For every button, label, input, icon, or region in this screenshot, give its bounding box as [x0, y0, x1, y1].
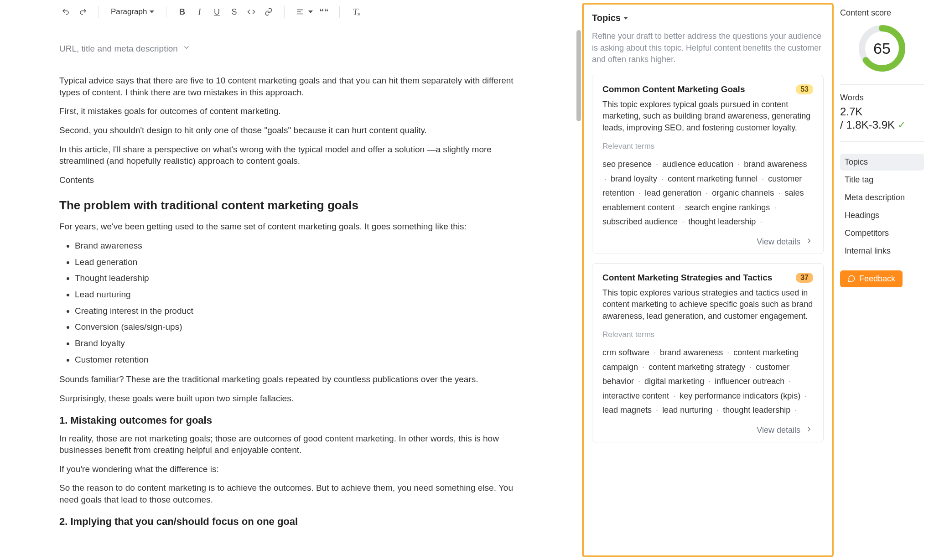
- code-button[interactable]: [245, 5, 258, 18]
- toolbar-separator: [284, 6, 285, 18]
- feedback-label: Feedback: [859, 274, 895, 284]
- view-details-label: View details: [757, 237, 800, 247]
- chevron-right-icon: [805, 237, 813, 247]
- heading-2[interactable]: The problem with traditional content mar…: [59, 198, 523, 213]
- list-item[interactable]: Brand loyalty: [75, 337, 523, 349]
- chat-icon: [847, 275, 856, 283]
- heading-3[interactable]: 1. Mistaking outcomes for goals: [59, 415, 523, 426]
- underline-button[interactable]: U: [210, 5, 223, 18]
- content-score-label: Content score: [840, 8, 924, 18]
- topic-title: Common Content Marketing Goals: [602, 84, 745, 94]
- caret-down-icon: [308, 10, 313, 13]
- paragraph[interactable]: If you're wondering what the difference …: [59, 463, 523, 475]
- relevant-terms-label: Relevant terms: [602, 330, 813, 339]
- topics-header[interactable]: Topics: [592, 13, 824, 23]
- list-item[interactable]: Conversion (sales/sign-ups): [75, 321, 523, 333]
- paragraph[interactable]: In reality, those are not marketing goal…: [59, 433, 523, 456]
- paragraph-style-select[interactable]: Paragraph: [108, 5, 157, 18]
- align-button[interactable]: [294, 5, 306, 18]
- chevron-right-icon: [805, 425, 813, 436]
- list-item[interactable]: Brand awareness: [75, 240, 523, 252]
- list-item[interactable]: Thought leadership: [75, 272, 523, 284]
- chevron-down-icon: [182, 43, 191, 54]
- caret-down-icon: [150, 10, 154, 13]
- topic-score-badge: 37: [796, 273, 813, 283]
- paragraph[interactable]: So the reason to do content marketing is…: [59, 482, 523, 505]
- undo-button[interactable]: [59, 5, 72, 18]
- paragraph[interactable]: Second, you shouldn't design to hit only…: [59, 124, 523, 136]
- topics-panel: Topics Refine your draft to better addre…: [582, 3, 834, 557]
- feedback-button[interactable]: Feedback: [840, 270, 903, 287]
- words-range-text: / 1.8K-3.9K: [840, 119, 895, 131]
- bold-button[interactable]: B: [176, 5, 188, 18]
- caret-down-icon: [623, 17, 628, 20]
- paragraph[interactable]: Sounds familiar? These are the tradition…: [59, 373, 523, 385]
- paragraph[interactable]: For years, we've been getting used to th…: [59, 221, 523, 233]
- score-rail: Content score 65 Words 2.7K / 1.8K-3.9K …: [834, 0, 934, 560]
- paragraph[interactable]: Typical advice says that there are five …: [59, 75, 523, 98]
- toc-label[interactable]: Contents: [59, 174, 523, 186]
- bullet-list[interactable]: Brand awareness Lead generation Thought …: [59, 240, 523, 365]
- list-item[interactable]: Lead generation: [75, 256, 523, 268]
- quote-button[interactable]: ““: [317, 5, 330, 18]
- link-button[interactable]: [262, 5, 275, 18]
- strikethrough-button[interactable]: S: [228, 5, 240, 18]
- words-label: Words: [840, 93, 924, 103]
- editor-scrollbar[interactable]: [575, 30, 582, 560]
- clear-formatting-button[interactable]: T✕: [349, 5, 362, 18]
- content-score-gauge: 65: [857, 23, 907, 73]
- topics-header-label: Topics: [592, 13, 621, 23]
- view-details-button[interactable]: View details: [602, 234, 813, 247]
- nav-item-title-tag[interactable]: Title tag: [840, 171, 924, 188]
- topic-card: Common Content Marketing Goals 53 This t…: [592, 75, 824, 254]
- editor-body[interactable]: URL, title and meta description Typical …: [0, 25, 582, 552]
- paragraph[interactable]: In this article, I'll share a perspectiv…: [59, 144, 523, 167]
- topic-description: This topic explores typical goals pursue…: [602, 99, 813, 134]
- relevant-terms-label: Relevant terms: [602, 142, 813, 151]
- meta-toggle-label: URL, title and meta description: [59, 44, 178, 54]
- redo-button[interactable]: [77, 5, 89, 18]
- toolbar-separator: [99, 6, 99, 18]
- content-score-value: 65: [857, 23, 907, 73]
- divider: [840, 84, 924, 85]
- topics-description: Refine your draft to better address the …: [592, 31, 824, 66]
- words-range: / 1.8K-3.9K ✓: [840, 119, 924, 131]
- topic-card: Content Marketing Strategies and Tactics…: [592, 263, 824, 442]
- divider: [840, 141, 924, 142]
- score-nav: Topics Title tag Meta description Headin…: [840, 154, 924, 259]
- meta-toggle[interactable]: URL, title and meta description: [59, 43, 191, 54]
- topic-title: Content Marketing Strategies and Tactics: [602, 273, 772, 283]
- editor-column: Paragraph B I U S ““ T✕: [0, 0, 582, 560]
- view-details-label: View details: [757, 425, 800, 435]
- italic-button[interactable]: I: [193, 5, 206, 18]
- view-details-button[interactable]: View details: [602, 422, 813, 436]
- nav-item-headings[interactable]: Headings: [840, 207, 924, 224]
- relevant-terms: crm software · brand awareness · content…: [602, 346, 813, 418]
- check-icon: ✓: [898, 119, 906, 131]
- paragraph[interactable]: First, it mistakes goals for outcomes of…: [59, 105, 523, 117]
- list-item[interactable]: Lead nurturing: [75, 289, 523, 301]
- scrollbar-thumb[interactable]: [576, 30, 581, 121]
- heading-3[interactable]: 2. Implying that you can/should focus on…: [59, 516, 523, 528]
- toolbar-separator: [166, 6, 166, 18]
- topic-description: This topic explores various strategies a…: [602, 287, 813, 322]
- words-value: 2.7K: [840, 105, 924, 119]
- nav-item-competitors[interactable]: Competitors: [840, 225, 924, 242]
- paragraph[interactable]: Surprisingly, these goals were built upo…: [59, 393, 523, 404]
- nav-item-topics[interactable]: Topics: [840, 154, 924, 171]
- topic-score-badge: 53: [796, 84, 813, 94]
- editor-toolbar: Paragraph B I U S ““ T✕: [0, 0, 582, 25]
- list-item[interactable]: Creating interest in the product: [75, 305, 523, 317]
- nav-item-internal-links[interactable]: Internal links: [840, 243, 924, 259]
- nav-item-meta-description[interactable]: Meta description: [840, 189, 924, 206]
- list-item[interactable]: Customer retention: [75, 354, 523, 366]
- relevant-terms: seo presence · audience education · bran…: [602, 157, 813, 229]
- toolbar-separator: [339, 6, 340, 18]
- paragraph-style-label: Paragraph: [111, 7, 147, 16]
